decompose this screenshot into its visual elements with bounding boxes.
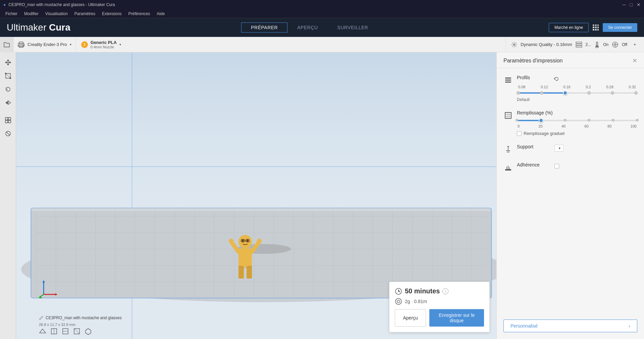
- tool-rotate[interactable]: [2, 83, 14, 95]
- settings-icon: [511, 42, 517, 48]
- profiles-label: Profils: [517, 75, 550, 80]
- material-dropdown-arrow[interactable]: ▾: [119, 43, 121, 46]
- profiles-body: Profils 0.08 0.12 0.16 0.2 0.28 0.32: [517, 75, 637, 102]
- marketplace-button[interactable]: Marché en ligne: [549, 23, 589, 32]
- profile-val-5: 0.32: [629, 85, 636, 89]
- infill-tick-60: 60: [585, 124, 589, 128]
- adhesion-row: Adhérence: [503, 162, 637, 172]
- material-name: Generic PLA: [91, 40, 117, 45]
- infill-tick-80: 80: [607, 124, 611, 128]
- svg-rect-15: [8, 117, 11, 120]
- settings-section: Dynamic Quality - 0.16mm 2... On Off ▾: [506, 37, 644, 52]
- support-dropdown[interactable]: ▾: [554, 145, 564, 152]
- model-svg: [228, 225, 262, 285]
- panel-close-button[interactable]: ✕: [632, 57, 637, 64]
- support-body: Support ▾: [517, 144, 637, 152]
- infill-slider[interactable]: [517, 117, 637, 124]
- svg-marker-41: [55, 293, 57, 296]
- svg-point-26: [238, 235, 252, 248]
- panel-header: Paramètres d'impression ✕: [497, 52, 644, 68]
- estimate-panel: 50 minutes i 2g · 0.81m Aperçu Enregistr…: [389, 282, 490, 332]
- menu-aide[interactable]: Aide: [154, 11, 167, 17]
- svg-point-51: [397, 300, 400, 303]
- menu-visualisation[interactable]: Visualisation: [43, 11, 70, 17]
- printer-dropdown-arrow[interactable]: ▾: [70, 43, 71, 46]
- menu-modifier[interactable]: Modifier: [21, 11, 41, 17]
- tool-move[interactable]: [2, 56, 14, 68]
- menu-parametres[interactable]: Paramètres: [72, 11, 98, 17]
- tool-mirror[interactable]: [2, 97, 14, 109]
- info-icon[interactable]: i: [442, 288, 448, 294]
- svg-rect-56: [505, 112, 511, 118]
- view-iso-icon[interactable]: [85, 328, 92, 335]
- view-top-icon[interactable]: [62, 328, 69, 335]
- open-folder-button[interactable]: [0, 37, 13, 52]
- profile-slider-thumb[interactable]: [563, 91, 568, 95]
- panel-title: Paramètres d'impression: [503, 58, 562, 64]
- axis-indicator: [38, 279, 58, 299]
- svg-rect-6: [576, 44, 582, 45]
- gradual-infill-row: Remplissage graduel: [517, 131, 637, 136]
- menu-preferences[interactable]: Préférences: [126, 11, 153, 17]
- material-nozzle: 0.4mm Nozzle: [91, 45, 117, 49]
- tool-scale[interactable]: [2, 70, 14, 82]
- view-right-icon[interactable]: [73, 328, 80, 335]
- menu-extensions[interactable]: Extensions: [99, 11, 124, 17]
- logo: Ultimaker Cura: [7, 22, 70, 33]
- infill-tick-40: 40: [561, 124, 566, 128]
- estimate-time: 50 minutes: [405, 287, 440, 295]
- adhesion-icon: [503, 163, 513, 172]
- material-badge: 1: [81, 41, 88, 48]
- material-icon: [395, 298, 402, 305]
- adhesion-checkbox[interactable]: [554, 164, 559, 168]
- svg-rect-55: [505, 112, 511, 118]
- close-button[interactable]: ✕: [637, 2, 641, 7]
- personalise-button[interactable]: Personnalisé ›: [503, 320, 637, 332]
- svg-rect-11: [5, 73, 6, 74]
- minimize-button[interactable]: ─: [623, 2, 626, 7]
- estimate-material: 2g · 0.81m: [405, 299, 427, 304]
- clock-icon: [395, 288, 402, 295]
- svg-rect-12: [10, 78, 11, 79]
- svg-rect-57: [505, 169, 511, 171]
- viewport[interactable]: CE3PRO_man with mustache and glasses 26.…: [16, 52, 496, 339]
- main-area: CE3PRO_man with mustache and glasses 26.…: [0, 52, 644, 339]
- estimate-material-row: 2g · 0.81m: [395, 298, 484, 305]
- logo-light: Ultimaker: [7, 22, 46, 33]
- connect-button[interactable]: Se connecter: [603, 23, 637, 32]
- adhesion-label: Adhérence: [517, 162, 550, 167]
- app-icon: ●: [3, 2, 6, 7]
- print-settings-panel: Paramètres d'impression ✕ Profils: [496, 52, 644, 339]
- apercu-button[interactable]: Aperçu: [395, 309, 426, 327]
- svg-rect-7: [576, 46, 582, 47]
- settings-expand-button[interactable]: ▾: [631, 41, 639, 49]
- pencil-icon: [39, 316, 44, 320]
- titlebar-controls: ─ □ ✕: [623, 2, 641, 7]
- printer-name: Creality Ender-3 Pro: [28, 42, 67, 47]
- tool-support-blocker[interactable]: [2, 128, 14, 140]
- model-dimensions: 26.8 x 11.7 x 32.9 mm: [39, 322, 75, 327]
- view-perspective-icon[interactable]: [39, 328, 46, 335]
- tab-preparer[interactable]: PRÉPARER: [241, 22, 287, 33]
- menu-fichier[interactable]: Fichier: [3, 11, 20, 17]
- infill-body: Remplissage (%): [517, 110, 637, 136]
- svg-point-4: [514, 44, 515, 45]
- save-to-disk-button[interactable]: Enregistrer sur le disque: [429, 309, 484, 327]
- view-front-icon[interactable]: [50, 328, 58, 335]
- profile-val-3: 0.2: [586, 85, 591, 89]
- infill-slider-thumb[interactable]: [539, 118, 543, 123]
- reset-icon[interactable]: [554, 76, 559, 82]
- estimate-buttons: Aperçu Enregistrer sur le disque: [395, 309, 484, 327]
- panel-content: Profils 0.08 0.12 0.16 0.2 0.28 0.32: [497, 68, 644, 317]
- maximize-button[interactable]: □: [630, 2, 633, 7]
- titlebar-left: ● CE3PRO_man with mustache and glasses -…: [3, 2, 115, 7]
- svg-point-28: [247, 240, 249, 242]
- gradual-infill-checkbox[interactable]: [517, 131, 522, 136]
- support-icon: [503, 145, 513, 154]
- tab-surveiller[interactable]: SURVEILLER: [328, 22, 378, 33]
- tool-per-model[interactable]: [2, 114, 14, 126]
- profile-slider[interactable]: [518, 90, 636, 96]
- tab-apercu[interactable]: APERÇU: [287, 22, 327, 33]
- temp-value: On: [603, 42, 608, 47]
- grid-icon[interactable]: [593, 25, 599, 31]
